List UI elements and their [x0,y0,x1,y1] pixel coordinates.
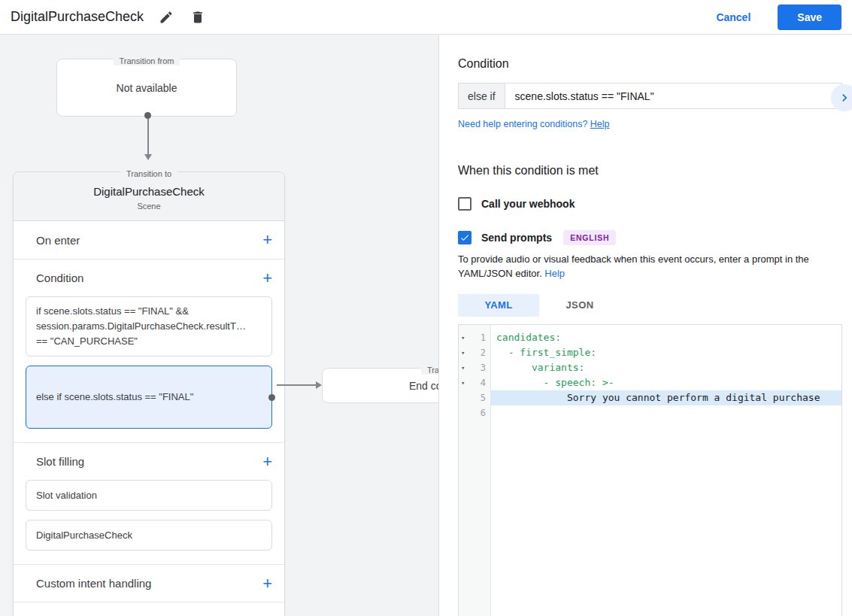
transition-from-node[interactable]: Transition from Not available [56,59,237,117]
editor-line: ▾2 - first_simple: [459,345,841,360]
language-badge: ENGLISH [563,230,616,245]
editor-line-highlighted: 5 Sorry you cannot perform a digital pur… [459,390,841,405]
end-conversation-node[interactable]: Transition to End conversation [322,368,438,403]
connector-line [147,119,149,154]
webhook-label: Call your webhook [481,198,575,210]
condition-expression-group: else if [458,83,842,109]
cancel-button[interactable]: Cancel [716,11,750,23]
conditions-help-line: Need help entering conditions? Help [458,119,842,129]
section-condition: Condition + [14,259,284,296]
tab-json[interactable]: JSON [539,294,620,317]
edit-icon[interactable] [157,8,175,26]
line-number: 6 [459,405,491,420]
call-webhook-row[interactable]: Call your webhook [458,197,842,211]
section-on-enter: On enter + [14,221,284,259]
slot-item[interactable]: Slot validation [26,480,272,511]
editor-tabs: YAML JSON [458,294,842,317]
editor-line: ▾1 candidates: [459,330,841,345]
section-slot-filling: Slot filling + [14,442,284,480]
save-button[interactable]: Save [778,5,841,30]
slot-item[interactable]: DigitalPurchaseCheck [26,520,272,551]
add-condition-icon[interactable]: + [262,270,272,287]
page-title: DigitalPurchaseCheck [11,9,144,25]
delete-icon[interactable] [189,8,207,26]
transition-from-value: Not available [57,59,236,116]
conditions-help-link[interactable]: Help [590,119,610,129]
code-text: - speech: >- [491,375,841,390]
send-prompts-checkbox[interactable] [458,231,471,244]
fold-arrow-icon[interactable]: ▾ [461,375,465,390]
top-bar: DigitalPurchaseCheck Cancel Save [0,0,852,35]
fold-arrow-icon[interactable]: ▾ [461,345,465,360]
transition-to-label: Transition to [14,166,284,180]
section-system-intent: System intent handling + [14,602,284,616]
code-text [491,405,841,420]
transition-from-label: Transition from [57,53,236,67]
add-custom-intent-icon[interactable]: + [262,575,272,592]
arrowhead-down-icon [144,154,152,160]
code-text: variants: [491,360,841,375]
code-text: Sorry you cannot perform a digital purch… [491,390,841,405]
send-prompts-row[interactable]: Send prompts ENGLISH [458,230,842,245]
fold-arrow-icon[interactable]: ▾ [461,330,465,345]
condition-detail-panel: Condition else if Need help entering con… [438,35,852,616]
code-text: candidates: [491,330,841,345]
scene-name: DigitalPurchaseCheck [21,185,277,198]
fold-arrow-icon[interactable]: ▾ [461,360,465,375]
arrowhead-right-icon [316,381,322,389]
scene-card[interactable]: Transition to DigitalPurchaseCheck Scene… [13,171,285,616]
yaml-editor[interactable]: ▾1 candidates: ▾2 - first_simple: ▾3 var… [458,324,842,616]
when-condition-met-heading: When this condition is met [458,164,842,178]
editor-line: ▾4 - speech: >- [459,375,841,390]
condition-item[interactable]: if scene.slots.status == "FINAL" && sess… [26,296,272,357]
prompts-help-link[interactable]: Help [544,268,565,279]
condition-expression-input[interactable] [505,83,841,108]
scene-type: Scene [21,202,277,211]
code-text: - first_simple: [491,345,841,360]
tab-yaml[interactable]: YAML [458,294,539,317]
add-system-intent-icon[interactable]: + [262,613,272,616]
condition-prefix-label: else if [459,83,505,108]
condition-item-selected[interactable]: else if scene.slots.status == "FINAL" [26,366,272,429]
editor-line: 6 [459,405,841,420]
prompts-description: To provide audio or visual feedback when… [458,253,842,281]
add-on-enter-icon[interactable]: + [262,232,272,248]
add-slot-icon[interactable]: + [262,454,272,470]
section-custom-intent: Custom intent handling + [14,564,284,602]
webhook-checkbox[interactable] [458,197,471,211]
line-number: 5 [459,390,491,405]
panel-title: Condition [458,57,509,71]
connector-line [277,384,316,386]
connector-dot [268,394,275,401]
send-prompts-label: Send prompts [481,232,552,244]
editor-line: ▾3 variants: [459,360,841,375]
scene-graph-canvas: Transition from Not available Transition… [0,35,438,616]
collapse-panel-icon[interactable] [831,84,852,111]
connector-dot [144,112,151,119]
end-node-label: Transition to [323,363,438,376]
